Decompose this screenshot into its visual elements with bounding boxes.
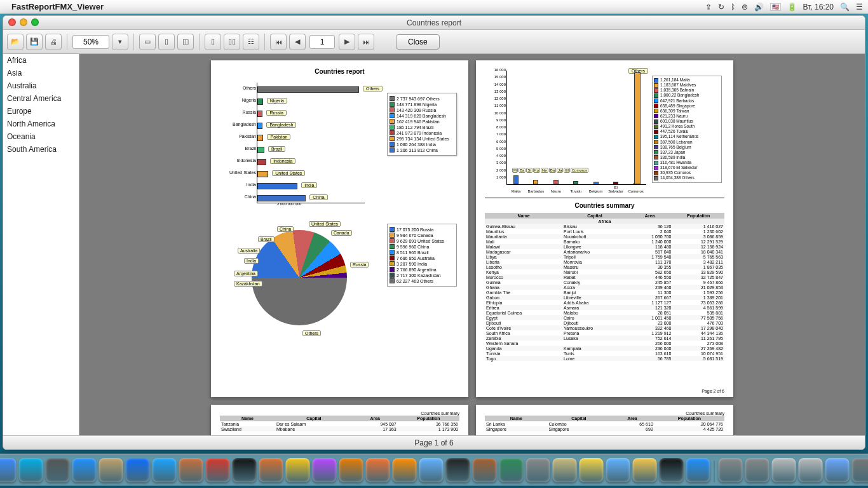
report-page-2: Others 1 0002 0003 0004 0005 0006 0007 0… — [476, 60, 733, 397]
pie-chart-legend: 17 075 200 Russia9 984 670 Canada9 629 0… — [387, 224, 457, 287]
dock-devices1-icon[interactable] — [772, 458, 796, 482]
pie-callout: Brazil — [258, 236, 275, 242]
summary-table: NameCapitalAreaPopulation TanzaniaDar es… — [220, 416, 459, 431]
column-chart-legend: 1,261,184 Malta1,183,687 Maldives1,035,3… — [652, 76, 722, 183]
dock — [0, 454, 868, 485]
next-page-button[interactable]: ▶ — [339, 34, 355, 50]
bluetooth-icon[interactable]: ᛒ — [731, 3, 735, 11]
pie-callout: Others — [302, 330, 321, 336]
fit-width-button[interactable]: ▯ — [158, 34, 175, 50]
dock-automator-icon[interactable] — [553, 458, 577, 482]
dock-garageband-icon[interactable] — [473, 458, 497, 482]
dock-calendar-icon[interactable] — [206, 458, 230, 482]
dock-iweb-icon[interactable] — [419, 458, 444, 482]
viewer-window: Countries report 📂 💾 🖨 ▾ ▭ ▯ ◫ ▯ ▯▯ ☷ ⏮ … — [3, 15, 865, 450]
timemachine-icon[interactable]: ↻ — [718, 3, 724, 11]
table-row: MauritiusPort Louis2 0401 230 602 — [485, 229, 724, 234]
table-row: MadagascarAntananarivo587 04018 040 341 — [485, 249, 724, 254]
outline-item[interactable]: South America — [3, 143, 79, 156]
dock-monitor-icon[interactable] — [233, 458, 257, 482]
dock-notes-icon[interactable] — [580, 458, 604, 482]
window-minimize-button[interactable] — [20, 18, 27, 26]
last-page-button[interactable]: ⏭ — [358, 34, 374, 50]
wifi-icon[interactable]: ⊚ — [742, 3, 748, 11]
dock-mail-icon[interactable] — [99, 458, 123, 482]
fit-page-button[interactable]: ▭ — [139, 34, 156, 50]
dock-html-icon[interactable] — [825, 458, 850, 482]
zoom-input[interactable] — [72, 35, 109, 49]
volume-icon[interactable]: 🔊 — [754, 3, 764, 11]
app-name[interactable]: FastReportFMX_Viewer — [11, 2, 104, 11]
zoom-dropdown[interactable]: ▾ — [112, 34, 128, 50]
outline-item[interactable]: North America — [3, 118, 79, 130]
dock-safari-icon[interactable] — [126, 458, 150, 482]
table-row: KenyaNairobi582 65033 829 590 — [485, 269, 724, 274]
single-page-button[interactable]: ▯ — [205, 34, 221, 50]
notification-center-icon[interactable]: ☰ — [856, 3, 863, 11]
dock-folder-icon[interactable] — [606, 458, 630, 482]
dock-settings-icon[interactable] — [46, 458, 70, 482]
dock-devices2-icon[interactable] — [799, 458, 823, 482]
dock-imovie-icon[interactable] — [446, 458, 470, 482]
pie-callout: Australia — [238, 248, 260, 254]
report-page-4: Countries summary NameCapitalAreaPopulat… — [476, 405, 733, 435]
table-row: TanzaniaDar es Salaam945 08736 766 356 — [220, 421, 459, 426]
outline-item[interactable]: Oceania — [3, 130, 79, 143]
dock-terminal-icon[interactable] — [660, 458, 684, 482]
pie-callout: Argentina — [234, 271, 258, 276]
actual-size-button[interactable]: ◫ — [177, 34, 194, 50]
dock-trash-icon[interactable] — [852, 458, 869, 482]
table-row: DjiboutiDjibouti23 000476 703 — [485, 320, 724, 325]
report-view[interactable]: Countries report OthersOthersNigeriaNige… — [79, 54, 865, 435]
outline-item[interactable]: Europe — [3, 105, 79, 118]
table-row: EgyptCairo1 001 45077 505 756 — [485, 315, 724, 320]
dock-finder-icon[interactable] — [0, 458, 17, 482]
dock-photobooth-icon[interactable] — [259, 458, 283, 482]
dock-apps1-icon[interactable] — [719, 458, 743, 482]
save-button[interactable]: 💾 — [26, 34, 43, 50]
page-input[interactable] — [309, 35, 335, 49]
dock-reader-icon[interactable] — [366, 458, 390, 482]
titlebar[interactable]: Countries report — [3, 16, 865, 30]
input-source-icon[interactable]: 🇺🇸 — [770, 3, 781, 11]
dock-appstore-icon[interactable] — [72, 458, 97, 482]
dock-ibooks-icon[interactable] — [339, 458, 363, 482]
dock-timemachine-icon[interactable] — [499, 458, 524, 482]
dock-prefs-icon[interactable] — [526, 458, 550, 482]
prev-page-button[interactable]: ◀ — [289, 34, 306, 50]
table-row: LiberiaMonrovia111 3703 482 211 — [485, 259, 724, 264]
dock-chrome-icon[interactable] — [633, 458, 657, 482]
dock-xcode-icon[interactable] — [686, 458, 710, 482]
dock-messages-icon[interactable] — [153, 458, 177, 482]
close-button[interactable]: Close — [396, 34, 440, 50]
spotlight-icon[interactable]: 🔍 — [840, 3, 850, 11]
continuous-button[interactable]: ☷ — [243, 34, 259, 50]
two-page-button[interactable]: ▯▯ — [224, 34, 240, 50]
dock-itunes-icon[interactable] — [313, 458, 337, 482]
print-button[interactable]: 🖨 — [45, 34, 62, 50]
dock-skype-icon[interactable] — [19, 458, 43, 482]
table-row: Gambia TheBanjul11 3001 593 256 — [485, 290, 724, 295]
statusbar: Page 1 of 6 — [3, 435, 865, 449]
clock[interactable]: Вт, 16:20 — [803, 3, 834, 11]
outline-item[interactable]: Asia — [3, 67, 79, 79]
dropbox-icon[interactable]: ⇪ — [705, 3, 712, 11]
bar-chart-legend: 2 737 943 697 Others148 771 898 Nigeria1… — [387, 93, 457, 156]
table-row: LesothoMaseru30 3551 867 035 — [485, 264, 724, 269]
table-row: Western Sahara266 000273 008 — [485, 341, 724, 346]
bar-x-label: 2 000 000 000 — [277, 202, 301, 206]
outline-item[interactable]: Central America — [3, 92, 79, 105]
table-row: TunisiaTunis163 61010 074 951 — [485, 351, 724, 356]
dock-apps2-icon[interactable] — [745, 458, 770, 482]
outline-item[interactable]: Australia — [3, 79, 79, 92]
outline-item[interactable]: Africa — [3, 54, 79, 67]
dock-contacts-icon[interactable] — [179, 458, 203, 482]
dock-iphoto-icon[interactable] — [286, 458, 310, 482]
dock-ffox-icon[interactable] — [393, 458, 417, 482]
summary-table: NameCapitalAreaPopulation AfricaGuinea-B… — [485, 213, 724, 361]
window-close-button[interactable] — [8, 18, 16, 26]
battery-icon[interactable]: 🔋 — [787, 3, 797, 11]
window-zoom-button[interactable] — [31, 18, 39, 26]
first-page-button[interactable]: ⏮ — [270, 34, 287, 50]
open-button[interactable]: 📂 — [7, 34, 24, 50]
